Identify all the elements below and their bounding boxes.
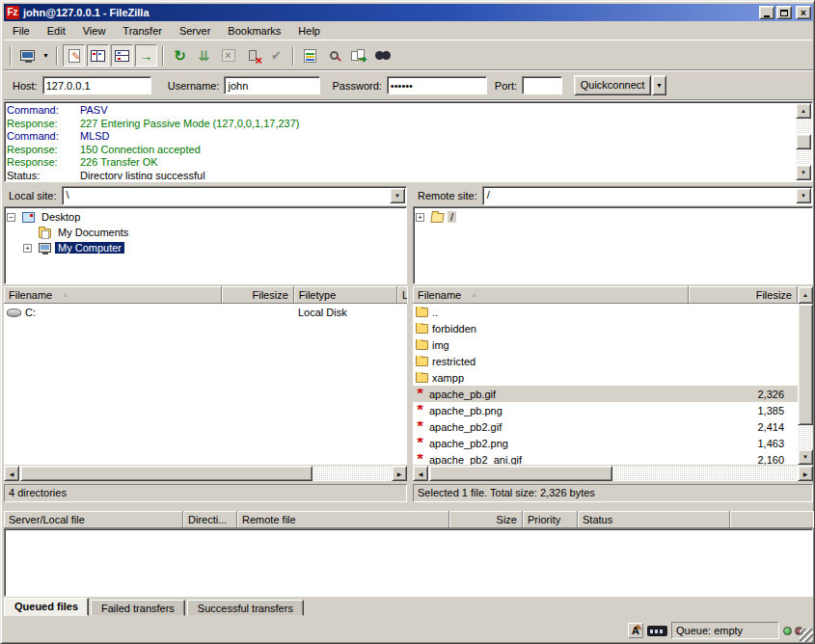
username-input[interactable]: [224, 76, 320, 94]
remote-file-row[interactable]: *apache_pb.png 1,385: [413, 402, 798, 418]
queue-list[interactable]: [4, 528, 813, 597]
queue-column-size[interactable]: Size: [449, 511, 523, 528]
queue-column-remote-file[interactable]: Remote file: [237, 511, 449, 528]
remote-file-row[interactable]: *apache_pb2_ani.gif 2,160: [413, 451, 798, 465]
remote-hscrollbar[interactable]: ◀ ▶: [413, 466, 813, 481]
sync-browsing-button[interactable]: ➔: [347, 44, 369, 67]
scroll-up-icon[interactable]: ▲: [796, 103, 811, 119]
remote-file-row[interactable]: *apache_pb2.gif 2,414: [413, 418, 798, 435]
remote-file-row[interactable]: restricted: [413, 353, 798, 369]
password-input[interactable]: [387, 76, 487, 94]
menu-server[interactable]: Server: [171, 23, 219, 39]
combo-dropdown-icon[interactable]: ▼: [390, 188, 405, 203]
minimize-button[interactable]: [759, 6, 774, 19]
local-site-combo[interactable]: \ ▼: [62, 186, 407, 205]
remote-vscrollbar[interactable]: ▼: [798, 304, 813, 465]
tab-queued-files[interactable]: Queued files: [4, 598, 89, 616]
remote-file-row[interactable]: xampp: [413, 369, 798, 386]
disconnect-button[interactable]: ×: [241, 44, 263, 67]
scroll-left-icon[interactable]: ◀: [413, 466, 428, 481]
compare-button[interactable]: [323, 44, 345, 67]
port-label: Port:: [495, 80, 517, 92]
tab-successful-transfers[interactable]: Successful transfers: [187, 600, 304, 616]
scroll-thumb[interactable]: [20, 466, 312, 481]
toggle-message-log-button[interactable]: ✎: [63, 44, 85, 67]
reconnect-button[interactable]: ✔: [265, 44, 287, 67]
local-column-lastmodified[interactable]: L: [397, 286, 407, 304]
tree-item-my-documents[interactable]: My Documents: [7, 225, 404, 240]
close-button[interactable]: ×: [796, 6, 811, 19]
menu-view[interactable]: View: [74, 23, 115, 39]
tab-failed-transfers[interactable]: Failed transfers: [91, 600, 185, 616]
tree-item-desktop[interactable]: − Desktop: [7, 209, 404, 225]
menu-file[interactable]: File: [4, 23, 39, 39]
local-column-filesize[interactable]: Filesize: [222, 286, 293, 304]
remote-column-filename[interactable]: Filename▲: [413, 286, 689, 304]
expand-icon[interactable]: +: [416, 213, 424, 222]
resize-grip[interactable]: [800, 629, 813, 642]
refresh-button[interactable]: ↻: [169, 44, 191, 67]
scroll-thumb[interactable]: [796, 134, 811, 149]
local-site-row: Local site: \ ▼: [4, 186, 407, 205]
maximize-button[interactable]: [776, 6, 792, 19]
queue-column-priority[interactable]: Priority: [523, 511, 578, 528]
scroll-right-icon[interactable]: ▶: [392, 466, 407, 481]
find-button[interactable]: [371, 44, 394, 67]
remote-file-row[interactable]: img: [413, 336, 798, 353]
collapse-icon[interactable]: −: [7, 213, 15, 222]
window-title: john@127.0.0.1 - FileZilla: [23, 7, 757, 18]
local-list-header: Filename▲ Filesize Filetype L: [4, 286, 407, 304]
transfer-type-indicator[interactable]: A✎: [628, 623, 643, 638]
site-manager-dropdown-button[interactable]: ▼: [40, 44, 52, 67]
tree-item-my-computer[interactable]: + My Computer: [7, 240, 404, 255]
process-queue-button[interactable]: ⇊: [193, 44, 215, 67]
folder-icon: [416, 373, 428, 383]
menu-transfer[interactable]: Transfer: [114, 23, 171, 39]
log-vscrollbar[interactable]: ▲ ▼: [796, 103, 811, 180]
remote-column-filesize[interactable]: Filesize: [689, 286, 798, 304]
scroll-track[interactable]: [798, 425, 813, 449]
port-input[interactable]: [522, 76, 562, 94]
remote-file-row[interactable]: *apache_pb2.png 1,463: [413, 435, 798, 451]
title-bar[interactable]: Fz john@127.0.0.1 - FileZilla ×: [4, 4, 813, 21]
local-hscrollbar[interactable]: ◀ ▶: [4, 466, 407, 481]
toggle-remote-tree-button[interactable]: [111, 44, 133, 67]
scroll-down-icon[interactable]: ▼: [796, 165, 811, 180]
remote-file-row-selected[interactable]: *apache_pb.gif 2,326: [413, 386, 798, 402]
remote-file-row[interactable]: forbidden: [413, 320, 798, 336]
scroll-left-icon[interactable]: ◀: [4, 466, 19, 481]
remote-file-row[interactable]: ..: [413, 304, 798, 320]
message-log-lines: Command:PASV Response:227 Entering Passi…: [7, 104, 795, 179]
host-input[interactable]: [42, 76, 151, 94]
local-tree-icon: [91, 50, 105, 62]
local-file-row[interactable]: C: Local Disk: [4, 304, 407, 320]
combo-dropdown-icon[interactable]: ▼: [796, 188, 811, 203]
filezilla-logo-icon[interactable]: Fz: [6, 6, 19, 19]
queue-column-direction[interactable]: Directi...: [183, 511, 237, 528]
scroll-right-icon[interactable]: ▶: [798, 466, 813, 481]
expand-icon[interactable]: +: [23, 244, 32, 253]
scroll-thumb[interactable]: [798, 304, 813, 425]
queue-column-local-file[interactable]: Server/Local file: [4, 511, 183, 528]
menu-help[interactable]: Help: [289, 23, 329, 39]
local-column-filename[interactable]: Filename▲: [4, 286, 222, 304]
site-manager-button[interactable]: [16, 44, 39, 67]
drive-icon: [7, 309, 21, 317]
queue-column-status[interactable]: Status: [578, 511, 730, 528]
scroll-up-icon[interactable]: ▲: [798, 286, 813, 304]
local-column-filetype[interactable]: Filetype: [294, 286, 397, 304]
cancel-button[interactable]: ×: [217, 44, 239, 67]
quickconnect-dropdown-button[interactable]: ▼: [652, 75, 666, 95]
remote-site-value: /: [487, 189, 490, 201]
tree-item-root[interactable]: + /: [416, 209, 810, 225]
remote-site-combo[interactable]: / ▼: [482, 186, 813, 205]
menu-bookmarks[interactable]: Bookmarks: [219, 23, 289, 39]
toggle-transfer-queue-button[interactable]: →: [135, 44, 157, 67]
indicator-badge-icon[interactable]: [647, 626, 667, 636]
menu-edit[interactable]: Edit: [39, 23, 74, 39]
filter-button[interactable]: [299, 44, 321, 67]
quickconnect-button[interactable]: Quickconnect: [574, 75, 651, 95]
toggle-local-tree-button[interactable]: [87, 44, 109, 67]
scroll-down-icon[interactable]: ▼: [798, 449, 813, 465]
scroll-thumb[interactable]: [429, 466, 612, 481]
